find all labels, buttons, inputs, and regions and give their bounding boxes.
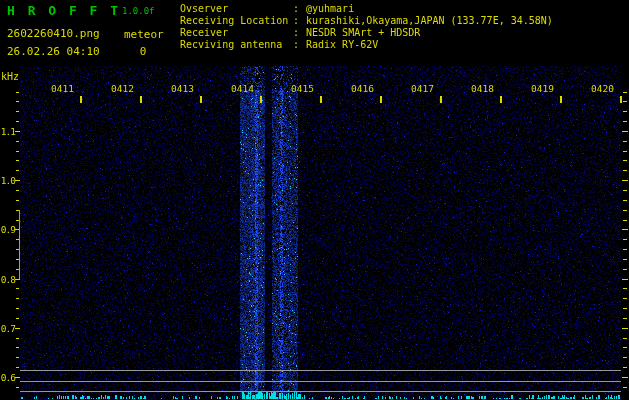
info-label: Recviving antenna xyxy=(180,39,293,50)
freq-tick-major-right xyxy=(622,279,628,280)
freq-tick-minor-right xyxy=(623,151,627,152)
freq-tick-minor-right xyxy=(623,269,627,270)
freq-tick-minor-right xyxy=(623,347,627,348)
info-value: Radix RY-62V xyxy=(306,39,378,50)
timestamp: 26.02.26 04:10 xyxy=(7,45,100,58)
info-separator: : xyxy=(293,39,306,50)
freq-tick-minor-left xyxy=(16,141,19,142)
time-tick xyxy=(440,96,442,103)
freq-tick-minor-left xyxy=(16,111,19,112)
freq-tick-minor-right xyxy=(623,367,627,368)
time-tick-label: 0411 xyxy=(48,83,74,94)
freq-tick-minor-right xyxy=(623,318,627,319)
freq-tick-minor-right xyxy=(623,170,627,171)
freq-tick-major-right xyxy=(622,377,628,378)
freq-tick-minor-right xyxy=(623,220,627,221)
freq-tick-major-right xyxy=(622,180,628,181)
freq-tick-major-right xyxy=(622,229,628,230)
freq-tick-minor-left xyxy=(16,151,19,152)
freq-tick-minor-left xyxy=(16,121,19,122)
time-tick-label: 0419 xyxy=(528,83,554,94)
freq-tick-minor-left xyxy=(16,170,19,171)
freq-tick-minor-right xyxy=(623,141,627,142)
freq-tick-major-right xyxy=(622,328,628,329)
freq-tick-minor-left xyxy=(16,92,19,93)
freq-tick-major-left xyxy=(15,180,20,181)
freq-tick-minor-left xyxy=(16,200,19,201)
freq-tick-minor-right xyxy=(623,239,627,240)
freq-tick-minor-right xyxy=(623,92,627,93)
time-tick xyxy=(380,96,382,103)
freq-tick-minor-right xyxy=(623,111,627,112)
reference-line xyxy=(20,370,621,371)
freq-tick-minor-right xyxy=(623,288,627,289)
time-tick-label: 0412 xyxy=(108,83,134,94)
time-tick xyxy=(620,96,622,103)
freq-tick-minor-left xyxy=(16,288,19,289)
freq-tick-minor-left xyxy=(16,347,19,348)
time-tick xyxy=(320,96,322,103)
freq-axis-unit-label: kHz xyxy=(1,71,19,82)
info-value: @yuhmari xyxy=(306,3,354,14)
left-marker-segment xyxy=(19,210,20,279)
freq-tick-minor-left xyxy=(16,190,19,191)
info-row-antenna: Recviving antenna : Radix RY-62V xyxy=(180,39,378,50)
freq-tick-minor-right xyxy=(623,298,627,299)
freq-tick-major-left xyxy=(15,131,20,132)
time-tick-label: 0416 xyxy=(348,83,374,94)
freq-tick-minor-right xyxy=(623,308,627,309)
time-tick xyxy=(500,96,502,103)
freq-tick-minor-right xyxy=(623,259,627,260)
info-separator: : xyxy=(293,3,306,14)
output-filename: 2602260410.png xyxy=(7,27,100,40)
freq-tick-major-left xyxy=(15,377,20,378)
freq-tick-minor-right xyxy=(623,190,627,191)
info-label: Receiving Location xyxy=(180,15,293,26)
info-label: Ovserver xyxy=(180,3,293,14)
freq-tick-minor-left xyxy=(16,338,19,339)
freq-tick-minor-left xyxy=(16,367,19,368)
freq-tick-major-right xyxy=(622,131,628,132)
freq-tick-minor-left xyxy=(16,101,19,102)
info-row-location: Receiving Location : kurashiki,Okayama,J… xyxy=(180,15,553,26)
freq-tick-minor-right xyxy=(623,249,627,250)
freq-tick-minor-left xyxy=(16,160,19,161)
freq-tick-major-left xyxy=(15,279,20,280)
app-version: 1.0.0f xyxy=(122,6,155,16)
freq-tick-minor-right xyxy=(623,160,627,161)
freq-tick-minor-right xyxy=(623,200,627,201)
freq-tick-minor-left xyxy=(16,387,19,388)
freq-tick-minor-right xyxy=(623,357,627,358)
freq-tick-minor-left xyxy=(16,298,19,299)
time-tick-label: 0418 xyxy=(468,83,494,94)
time-tick xyxy=(80,96,82,103)
info-row-observer: Ovserver : @yuhmari xyxy=(180,3,354,14)
time-tick-label: 0420 xyxy=(588,83,614,94)
freq-tick-label: 0.9 xyxy=(0,224,15,235)
meteor-count-label: meteor xyxy=(124,28,164,41)
time-tick xyxy=(140,96,142,103)
freq-tick-minor-right xyxy=(623,338,627,339)
info-separator: : xyxy=(293,27,306,38)
time-tick-label: 0417 xyxy=(408,83,434,94)
time-tick xyxy=(260,96,262,103)
freq-tick-major-left xyxy=(15,328,20,329)
reference-line xyxy=(20,391,621,392)
time-tick-label: 0413 xyxy=(168,83,194,94)
freq-tick-minor-left xyxy=(16,318,19,319)
time-tick xyxy=(560,96,562,103)
info-label: Receiver xyxy=(180,27,293,38)
info-row-receiver: Receiver : NESDR SMArt + HDSDR xyxy=(180,27,420,38)
reference-line xyxy=(20,381,621,382)
freq-tick-label: 1.1 xyxy=(0,126,15,137)
freq-tick-minor-right xyxy=(623,387,627,388)
freq-tick-minor-right xyxy=(623,210,627,211)
freq-tick-label: 0.6 xyxy=(0,372,15,383)
info-value: kurashiki,Okayama,JAPAN (133.77E, 34.58N… xyxy=(306,15,553,26)
hrofft-screen: kHz0411041204130414041504160417041804190… xyxy=(0,0,629,400)
freq-tick-label: 0.7 xyxy=(0,323,15,334)
info-value: NESDR SMArt + HDSDR xyxy=(306,27,420,38)
freq-tick-minor-right xyxy=(623,101,627,102)
time-tick-label: 0414 xyxy=(228,83,254,94)
meteor-count-value: 0 xyxy=(128,45,158,58)
